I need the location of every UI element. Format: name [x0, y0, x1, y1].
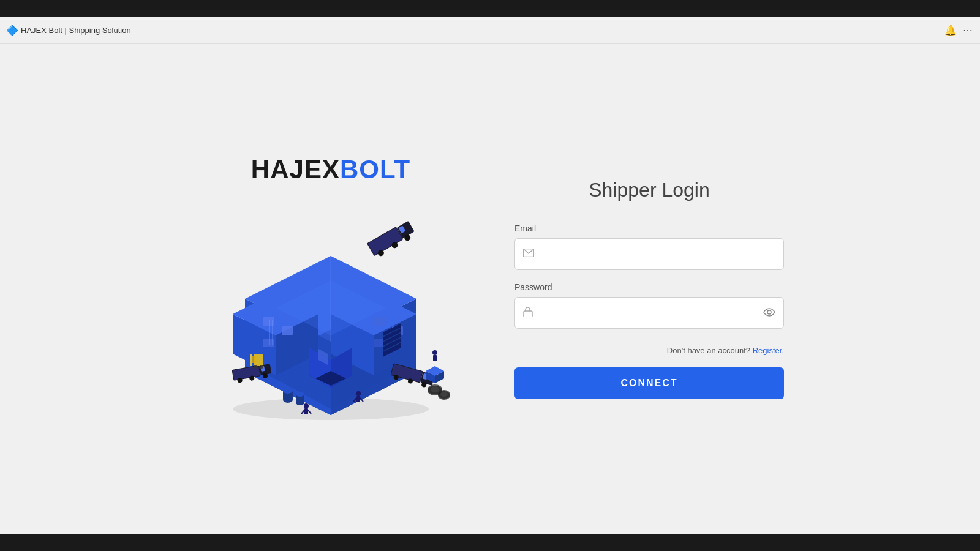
email-form-group: Email	[514, 223, 784, 270]
browser-title: HAJEX Bolt | Shipping Solution	[21, 26, 944, 35]
svg-point-46	[283, 388, 293, 394]
os-bottombar	[0, 534, 980, 551]
eye-icon[interactable]	[763, 307, 775, 320]
bell-icon[interactable]: 🔔	[944, 24, 957, 36]
password-form-group: Password	[514, 282, 784, 329]
password-input[interactable]	[514, 297, 784, 329]
login-container: HAJEXBOLT	[153, 157, 827, 421]
logo-bolt: BOLT	[340, 155, 410, 184]
password-label: Password	[514, 282, 784, 292]
svg-rect-68	[254, 354, 263, 366]
password-input-wrapper	[514, 297, 784, 329]
email-label: Email	[514, 223, 784, 233]
svg-rect-70	[251, 354, 252, 366]
browser-bar: 🔷 HAJEX Bolt | Shipping Solution 🔔 ⋯	[0, 17, 980, 44]
svg-point-50	[356, 391, 361, 396]
svg-point-49	[296, 392, 304, 397]
register-link[interactable]: Register.	[753, 346, 784, 355]
email-input-wrapper	[514, 238, 784, 270]
logo: HAJEXBOLT	[251, 157, 410, 182]
svg-point-73	[260, 365, 263, 369]
svg-rect-36	[374, 317, 385, 326]
browser-favicon: 🔷	[7, 26, 17, 36]
left-side: HAJEXBOLT	[196, 157, 466, 421]
svg-rect-55	[304, 408, 308, 414]
svg-point-81	[431, 386, 439, 392]
os-topbar	[0, 0, 980, 17]
svg-point-54	[304, 403, 309, 408]
register-text: Don't have an account? Register.	[514, 346, 784, 355]
svg-rect-51	[356, 396, 360, 402]
svg-point-87	[767, 310, 771, 314]
email-input[interactable]	[514, 238, 784, 270]
logo-hajex: HAJEX	[251, 155, 340, 184]
warehouse-illustration	[196, 189, 466, 421]
svg-rect-71	[250, 354, 251, 366]
svg-rect-34	[282, 326, 293, 335]
svg-point-72	[254, 365, 257, 369]
svg-point-58	[432, 350, 437, 355]
svg-rect-13	[368, 227, 402, 255]
more-icon[interactable]: ⋯	[963, 24, 973, 36]
browser-actions: 🔔 ⋯	[944, 24, 973, 36]
main-content: HAJEXBOLT	[0, 44, 980, 534]
right-side: Shipper Login Email Password	[514, 179, 784, 399]
svg-point-84	[440, 392, 448, 397]
svg-rect-59	[433, 355, 437, 361]
form-title: Shipper Login	[514, 179, 784, 201]
connect-button[interactable]: CONNECT	[514, 367, 784, 399]
no-account-text: Don't have an account?	[667, 346, 750, 355]
